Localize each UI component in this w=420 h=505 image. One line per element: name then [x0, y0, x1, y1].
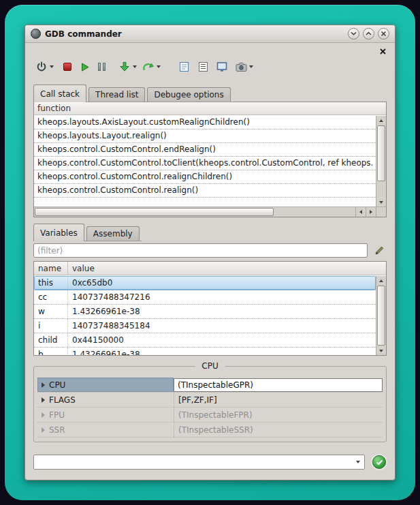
scroll-left-button[interactable] [355, 207, 366, 217]
variables-vertical-scrollbar[interactable] [376, 276, 386, 355]
variable-value: 1.43266961e-38 [68, 305, 376, 318]
stack-tabbar: Call stack Thread list Debugee options [33, 85, 233, 102]
variables-panel: name value this 0xc65db0 cc 140737488347… [33, 261, 387, 356]
cpu-row-name-cell[interactable]: FLAGS [37, 393, 174, 407]
step-over-icon [142, 61, 155, 72]
window-controls [348, 28, 389, 40]
scrollbar-thumb[interactable] [377, 125, 385, 181]
register-group-name: FLAGS [49, 395, 76, 405]
expander-icon[interactable] [42, 397, 45, 403]
callstack-horizontal-scrollbar[interactable] [34, 206, 376, 217]
scroll-down-button[interactable] [376, 346, 386, 355]
accept-button[interactable] [372, 455, 386, 469]
call-stack-rows: kheops.layouts.AxisLayout.customRealignC… [34, 116, 376, 206]
variable-row[interactable]: cc 140737488347216 [34, 290, 376, 305]
app-icon [31, 29, 41, 39]
monitor-button[interactable] [215, 59, 229, 75]
cpu-row[interactable]: FPU (TInspectableFPR) [37, 408, 383, 423]
expander-icon[interactable] [42, 412, 45, 418]
play-icon [80, 62, 90, 72]
expander-icon[interactable] [42, 427, 45, 433]
pause-button[interactable] [95, 59, 108, 75]
command-combo-input[interactable] [37, 455, 351, 469]
cpu-row[interactable]: FLAGS [PF,ZF,IF] [37, 393, 383, 408]
combo-dropdown-icon[interactable] [352, 455, 364, 469]
command-combobox[interactable] [33, 455, 365, 470]
tab-variables[interactable]: Variables [33, 224, 84, 241]
call-stack-row[interactable]: kheops.layouts.AxisLayout.customRealignC… [34, 116, 376, 129]
call-stack-header[interactable]: function [34, 102, 386, 115]
list-document-button[interactable] [196, 59, 210, 75]
value-column-header[interactable]: value [68, 262, 386, 275]
screenshot-frame: GDB commander [5, 5, 415, 500]
cpu-row-name-cell[interactable]: SSR [37, 423, 174, 437]
register-group-value: (TInspectableSSR) [174, 423, 383, 437]
run-button[interactable] [78, 59, 91, 75]
register-group-name: SSR [49, 425, 65, 435]
tab-assembly[interactable]: Assembly [86, 226, 140, 241]
step-over-button[interactable] [142, 59, 155, 75]
scroll-down-button[interactable] [376, 198, 386, 206]
variable-row[interactable]: child 0x44150000 [34, 333, 376, 348]
camera-icon [236, 62, 247, 72]
scroll-right-button[interactable] [366, 207, 376, 217]
variable-name: child [34, 333, 68, 347]
function-column-header[interactable]: function [34, 104, 71, 113]
dock-close-icon[interactable] [378, 46, 387, 56]
power-button[interactable] [35, 59, 48, 75]
step-into-button[interactable] [118, 59, 131, 75]
cpu-row-name-cell[interactable]: CPU [37, 378, 174, 392]
power-dropdown[interactable] [48, 59, 55, 75]
tab-debugee-options[interactable]: Debugee options [147, 87, 230, 102]
step-over-dropdown[interactable] [155, 59, 162, 75]
cpu-row-name-cell[interactable]: FPU [37, 408, 174, 422]
call-stack-row[interactable]: kheops.control.CustomControl.realign() [34, 184, 376, 198]
call-stack-row[interactable]: kheops.control.CustomControl.realignChil… [34, 170, 376, 184]
scrollbar-thumb[interactable] [377, 286, 385, 346]
filter-input[interactable] [33, 243, 368, 258]
minimize-button[interactable] [348, 28, 359, 40]
variable-row[interactable]: b 1.43266961e-38 [34, 348, 376, 355]
step-into-dropdown[interactable] [131, 59, 138, 75]
register-group-value: [PF,ZF,IF] [174, 393, 383, 407]
variable-name: cc [34, 290, 68, 304]
cpu-group-title: CPU [195, 361, 225, 371]
callstack-vertical-scrollbar[interactable] [376, 116, 386, 206]
cpu-groupbox: CPU CPU (TInspectableGPR) FLAGS [33, 366, 387, 442]
variable-name: b [34, 348, 68, 355]
variable-row[interactable]: i 140737488345184 [34, 319, 376, 333]
gdb-commander-window: GDB commander [25, 25, 395, 480]
variables-header[interactable]: name value [34, 262, 386, 275]
call-stack-row[interactable]: kheops.control.CustomControl.toClient(kh… [34, 157, 376, 170]
pen-icon[interactable] [371, 243, 387, 258]
source-document-button[interactable] [177, 59, 191, 75]
call-stack-row[interactable]: kheops.layouts.Layout.realign() [34, 129, 376, 143]
close-button[interactable] [378, 28, 389, 40]
variable-row[interactable]: w 1.43266961e-38 [34, 305, 376, 319]
tab-thread-list[interactable]: Thread list [88, 87, 145, 102]
cpu-row[interactable]: SSR (TInspectableSSR) [37, 423, 383, 438]
variable-name: this [34, 276, 68, 290]
call-stack-row[interactable]: kheops.control.CustomControl.endRealign(… [34, 143, 376, 157]
name-column-header[interactable]: name [34, 262, 68, 275]
register-value-editor[interactable]: (TInspectableGPR) [174, 378, 383, 392]
snapshot-dropdown[interactable] [248, 59, 255, 75]
scrollbar-thumb[interactable] [35, 208, 274, 216]
cpu-row-value-cell[interactable]: (TInspectableGPR) [174, 378, 383, 392]
stop-button[interactable] [61, 59, 74, 75]
snapshot-button[interactable] [234, 59, 248, 75]
scroll-up-button[interactable] [376, 116, 386, 125]
titlebar[interactable]: GDB commander [25, 25, 395, 43]
debug-toolbar [35, 57, 255, 76]
maximize-button[interactable] [363, 28, 374, 40]
variables-rows: this 0xc65db0 cc 140737488347216 w 1.432… [34, 276, 376, 355]
power-icon [36, 61, 47, 72]
monitor-icon [216, 61, 227, 72]
scrollbar-corner [376, 206, 386, 217]
cpu-row[interactable]: CPU (TInspectableGPR) [37, 378, 383, 393]
expander-icon[interactable] [42, 382, 45, 388]
scroll-up-button[interactable] [376, 276, 386, 285]
variable-row[interactable]: this 0xc65db0 [34, 276, 376, 290]
register-group-name: CPU [49, 380, 65, 390]
tab-call-stack[interactable]: Call stack [33, 85, 86, 102]
